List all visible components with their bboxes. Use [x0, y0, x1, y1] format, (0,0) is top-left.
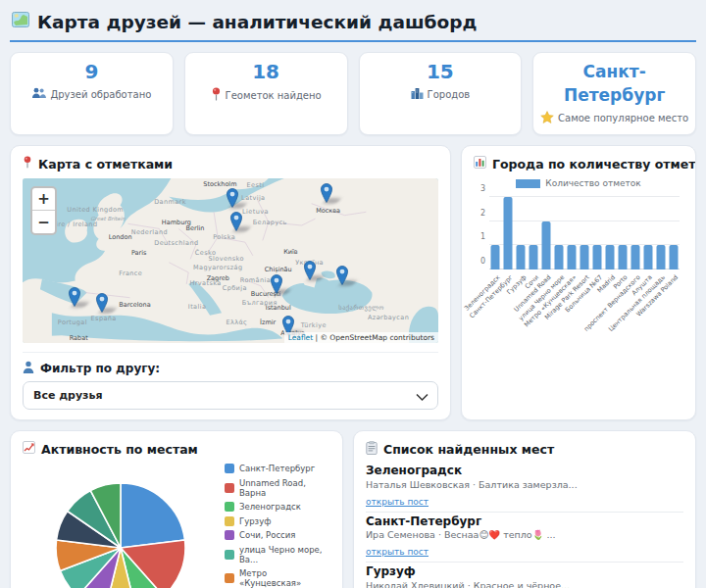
stat-label: Самое популярное место [558, 113, 688, 124]
stat-card-friends: 9 Друзей обработано [10, 52, 174, 135]
map-attribution[interactable]: Leaflet | © OpenStreetMap contributors [284, 332, 438, 343]
bar[interactable] [656, 245, 665, 270]
place-list-item: ЗеленоградскНаталья Шевковская · Балтика… [366, 462, 683, 513]
pie-legend-item[interactable]: Сочи, Россия [225, 530, 330, 540]
world-map-icon [12, 11, 29, 32]
pie-chart-title: Активность по местам [41, 442, 198, 457]
stat-card-cities: 15 Городов [359, 52, 523, 135]
leaflet-link[interactable]: Leaflet [288, 333, 314, 342]
pie-slice[interactable] [121, 483, 185, 548]
legend-swatch [225, 483, 234, 493]
map-canvas[interactable]: StockholmEestiLatvijaLietuvaUnited Kingd… [23, 178, 438, 343]
bar[interactable] [542, 221, 551, 270]
stat-value: 15 [364, 60, 518, 83]
open-post-link[interactable]: открыть пост [366, 497, 429, 507]
bar[interactable] [580, 245, 589, 270]
map-marker-icon[interactable] [230, 212, 243, 231]
map-panel: Карта с отметками [10, 145, 451, 420]
people-icon [31, 87, 46, 102]
clipboard-icon [366, 441, 378, 458]
place-list-item: ГурзуфНиколай Хлевицкий · Красное и чёрн… [366, 563, 683, 588]
map-marker-icon[interactable] [303, 261, 316, 280]
y-axis-tick: 1 [480, 232, 485, 241]
place-meta: Николай Хлевицкий · Красное и чёрное... [366, 580, 683, 588]
legend-swatch [225, 502, 234, 512]
bar-chart-title: Города по количеству отметок [492, 157, 696, 172]
pie-legend-item[interactable]: Санкт-Петербург [225, 464, 330, 473]
place-name: Гурзуф [366, 564, 683, 578]
legend-swatch [225, 530, 234, 540]
zoom-in-button[interactable]: + [32, 188, 55, 211]
stat-value: 9 [15, 60, 169, 83]
gridline [489, 220, 680, 221]
legend-label: Гурзуф [239, 516, 271, 526]
round-pushpin-icon [23, 156, 32, 172]
pie-chart [23, 475, 219, 588]
place-name: Санкт-Петербург [366, 514, 683, 528]
bar[interactable] [517, 245, 526, 270]
star-icon [540, 111, 554, 126]
bar-chart-x-labels: ЗеленоградскСанкт-ПетербургГурзуфСочиUnn… [489, 270, 680, 322]
bar[interactable] [568, 245, 577, 270]
bar[interactable] [618, 245, 627, 270]
stat-label: Геометок найдено [226, 90, 322, 102]
legend-swatch [225, 550, 234, 560]
place-list-item: Санкт-ПетербургИра Семенова · Веснаа😊❤️ … [366, 513, 683, 564]
gridline [489, 196, 680, 197]
stat-value: Санкт-Петербург [537, 60, 691, 107]
pie-legend-item[interactable]: улица Черно море, Ва... [225, 545, 330, 564]
bar-chart-panel: Города по количеству отметок Количество … [461, 145, 696, 420]
bar[interactable] [669, 245, 678, 270]
dashboard-page: Карта друзей — аналитический дашборд 9 Д… [0, 0, 706, 588]
y-axis-tick: 3 [480, 184, 485, 193]
pie-legend-item[interactable]: Зеленоградск [225, 502, 330, 512]
pie-legend-item[interactable]: Unnamed Road, Варна [225, 478, 330, 498]
round-pushpin-icon [211, 87, 222, 104]
friend-filter-select[interactable]: Все друзья [23, 381, 438, 410]
bar[interactable] [555, 245, 564, 270]
map-marker-icon[interactable] [69, 287, 81, 307]
place-meta: Ира Семенова · Веснаа😊❤️ тепло🌷 ... [366, 529, 683, 540]
bar-chart-legend[interactable]: Количество отметок [474, 178, 683, 188]
places-list-panel: Список найденных мест ЗеленоградскНаталь… [353, 430, 696, 588]
stat-label: Друзей обработано [50, 89, 151, 101]
legend-label: Количество отметок [545, 178, 640, 188]
bar[interactable] [491, 245, 500, 270]
place-meta: Наталья Шевковская · Балтика замерзла... [366, 479, 683, 490]
map-marker-icon[interactable] [227, 188, 239, 208]
legend-label: Сочи, Россия [239, 530, 295, 540]
divider [23, 352, 438, 353]
map-marker-icon[interactable] [336, 266, 349, 285]
zoom-out-button[interactable]: − [32, 211, 55, 233]
stat-card-geotags: 18 Геометок найдено [184, 52, 348, 135]
map-marker-icon[interactable] [95, 293, 108, 313]
bar[interactable] [504, 197, 513, 270]
map-zoom-control: + − [30, 186, 57, 235]
pie-legend-item[interactable]: Гурзуф [225, 516, 330, 526]
person-icon [23, 361, 34, 376]
open-post-link[interactable]: открыть пост [366, 547, 429, 557]
legend-swatch [225, 573, 234, 583]
stats-row: 9 Друзей обработано 18 Геометок найдено … [10, 52, 696, 135]
app-header: Карта друзей — аналитический дашборд [10, 8, 696, 42]
legend-label: Метро «Кунцевская» [239, 568, 330, 588]
legend-label: Санкт-Петербург [239, 464, 315, 473]
place-name: Зеленоградск [366, 464, 683, 477]
bar[interactable] [530, 245, 538, 270]
bar[interactable] [630, 245, 639, 270]
bar[interactable] [643, 245, 652, 270]
bar[interactable] [605, 245, 614, 270]
places-list-title: Список найденных мест [383, 442, 554, 457]
y-axis-tick: 0 [480, 257, 485, 266]
page-title: Карта друзей — аналитический дашборд [37, 12, 477, 32]
bar[interactable] [592, 245, 601, 270]
map-marker-icon[interactable] [320, 183, 332, 203]
pie-chart-panel: Активность по местам Санкт-ПетербургUnna… [10, 430, 343, 588]
pie-legend-item[interactable]: Метро «Кунцевская» [225, 568, 330, 588]
stat-value: 18 [189, 60, 343, 83]
places-list: ЗеленоградскНаталья Шевковская · Балтика… [366, 462, 683, 588]
map-marker-icon[interactable] [270, 274, 282, 294]
legend-swatch [225, 516, 234, 526]
bar-chart-icon [474, 156, 486, 172]
bar-chart-plot: 0123 [489, 197, 680, 270]
